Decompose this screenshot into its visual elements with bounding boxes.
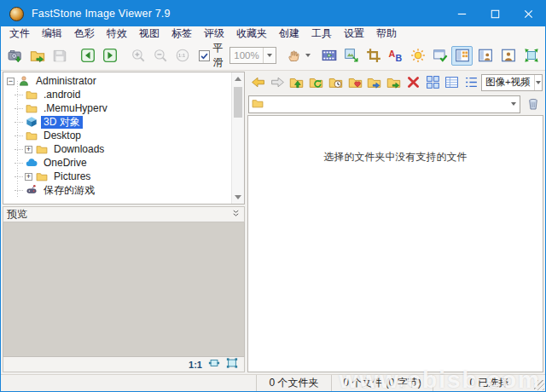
- minimize-button[interactable]: [445, 1, 479, 26]
- tree-item[interactable]: OneDrive: [3, 156, 244, 170]
- crop-button[interactable]: [363, 46, 384, 66]
- menu-item[interactable]: 文件: [3, 26, 36, 41]
- thumbnail-view-button[interactable]: [423, 73, 443, 92]
- address-combobox[interactable]: [248, 95, 520, 113]
- tree-item-label[interactable]: 3D 对象: [41, 116, 83, 129]
- settings-button[interactable]: [429, 46, 450, 66]
- maximize-button[interactable]: [479, 1, 512, 26]
- tree-item[interactable]: .android: [3, 88, 244, 101]
- zoom-out-button[interactable]: [149, 46, 171, 66]
- preview-actual-size-button[interactable]: 1:1: [189, 360, 202, 370]
- detail-view-button[interactable]: [443, 73, 462, 92]
- status-left: [1, 375, 256, 391]
- pan-tool-chevron-icon[interactable]: [305, 54, 311, 57]
- zoom-level-select[interactable]: 100%: [229, 47, 276, 64]
- zoom-select-chevron-icon[interactable]: [263, 48, 276, 63]
- browser-view-button[interactable]: [451, 46, 473, 66]
- menu-item[interactable]: 收藏夹: [230, 26, 273, 41]
- menu-item[interactable]: 特效: [101, 26, 133, 41]
- tree-connector: [15, 108, 23, 109]
- resize-button[interactable]: [340, 46, 362, 66]
- delete-button[interactable]: [404, 73, 423, 92]
- previous-image-button[interactable]: [77, 46, 98, 66]
- tree-item-label[interactable]: .android: [41, 89, 83, 101]
- collapse-preview-icon[interactable]: [231, 209, 241, 221]
- adjust-colors-button[interactable]: [407, 46, 428, 66]
- zoom-in-button[interactable]: [127, 46, 148, 66]
- windowed-view-button[interactable]: [474, 46, 496, 66]
- menu-item[interactable]: 编辑: [36, 26, 68, 41]
- tree-item[interactable]: Desktop: [3, 129, 244, 142]
- fullscreen-button[interactable]: [520, 46, 542, 66]
- expand-icon[interactable]: +: [25, 146, 32, 153]
- tree-connector: [15, 122, 23, 123]
- tree-connector: [15, 163, 23, 164]
- move-to-folder-button[interactable]: [384, 73, 404, 92]
- next-image-button[interactable]: [99, 46, 120, 66]
- save-button[interactable]: [49, 46, 70, 66]
- menu-item[interactable]: 帮助: [370, 26, 403, 41]
- tree-item[interactable]: −Administrator: [3, 74, 244, 88]
- menu-item[interactable]: 色彩: [68, 26, 101, 41]
- batch-rename-button[interactable]: AB: [385, 46, 406, 66]
- tree-item[interactable]: 保存的游戏: [3, 183, 244, 197]
- favorites-button[interactable]: [346, 73, 365, 92]
- up-folder-button[interactable]: [288, 73, 307, 92]
- menu-item[interactable]: 视图: [133, 26, 166, 41]
- copy-to-folder-button[interactable]: [365, 73, 385, 92]
- content-area: −Administrator.android.MemuHyperv3D 对象De…: [1, 71, 545, 374]
- recycle-bin-button[interactable]: [524, 95, 543, 113]
- image-view-button[interactable]: [497, 46, 519, 66]
- tree-item-label[interactable]: Desktop: [41, 130, 84, 142]
- tree-scrollbar[interactable]: [231, 72, 244, 204]
- checkbox-check-icon[interactable]: [199, 50, 210, 61]
- slideshow-button[interactable]: [318, 46, 340, 66]
- scroll-down-icon[interactable]: [232, 191, 244, 204]
- filter-chevron-icon[interactable]: [534, 75, 542, 90]
- file-list-area[interactable]: 选择的文件夹中没有支持的文件: [247, 115, 543, 372]
- recent-folders-button[interactable]: [326, 73, 346, 92]
- list-view-button[interactable]: [462, 73, 481, 92]
- folder-icon: [25, 130, 38, 141]
- address-chevron-icon[interactable]: [507, 96, 520, 112]
- collapse-icon[interactable]: −: [7, 78, 15, 85]
- folder-tree: −Administrator.android.MemuHyperv3D 对象De…: [3, 72, 245, 205]
- app-window: FastStone Image Viewer 7.9 文件编辑色彩特效视图标签评…: [0, 0, 546, 392]
- tree-item-label[interactable]: Pictures: [51, 170, 93, 183]
- folder-icon: [35, 170, 48, 182]
- forward-button[interactable]: [268, 73, 288, 92]
- preview-fit-width-icon[interactable]: [208, 357, 220, 372]
- scrollbar-thumb[interactable]: [234, 87, 242, 118]
- tree-item-label[interactable]: 保存的游戏: [41, 184, 97, 197]
- menu-item[interactable]: 创建: [273, 26, 305, 41]
- expand-icon[interactable]: +: [25, 173, 32, 181]
- status-file-count: 0 个文件 (0 字节): [331, 375, 433, 391]
- menu-item[interactable]: 设置: [338, 26, 370, 41]
- menu-item[interactable]: 标签: [166, 26, 198, 41]
- preview-fit-window-icon[interactable]: [226, 357, 238, 372]
- actual-size-button[interactable]: 1:1: [171, 46, 193, 66]
- close-button[interactable]: [512, 1, 545, 26]
- back-button[interactable]: [248, 73, 268, 92]
- tree-item[interactable]: +Pictures: [3, 170, 244, 183]
- tree-item-label[interactable]: Downloads: [51, 143, 107, 156]
- menu-item[interactable]: 评级: [198, 26, 230, 41]
- scroll-up-icon[interactable]: [232, 72, 244, 85]
- acquire-camera-button[interactable]: [4, 46, 26, 66]
- tree-item[interactable]: .MemuHyperv: [3, 101, 244, 115]
- open-folder-button[interactable]: [26, 46, 48, 66]
- pan-tool-button[interactable]: [283, 46, 305, 66]
- refresh-folder-button[interactable]: [306, 73, 326, 92]
- tree-item[interactable]: +Downloads: [3, 142, 244, 156]
- menu-item[interactable]: 工具: [305, 26, 338, 41]
- tree-item-label[interactable]: .MemuHyperv: [41, 102, 110, 115]
- folder-icon: [35, 143, 48, 155]
- smooth-checkbox[interactable]: 平滑: [199, 41, 225, 70]
- file-filter-select[interactable]: 图像+视频: [481, 74, 543, 91]
- tree-item-label[interactable]: Administrator: [33, 75, 99, 88]
- file-filter-value: 图像+视频: [482, 76, 534, 89]
- tree-item-label[interactable]: OneDrive: [41, 157, 90, 170]
- preview-image-area: [3, 222, 245, 357]
- resize-grip[interactable]: [534, 380, 544, 390]
- tree-item[interactable]: 3D 对象: [3, 115, 244, 129]
